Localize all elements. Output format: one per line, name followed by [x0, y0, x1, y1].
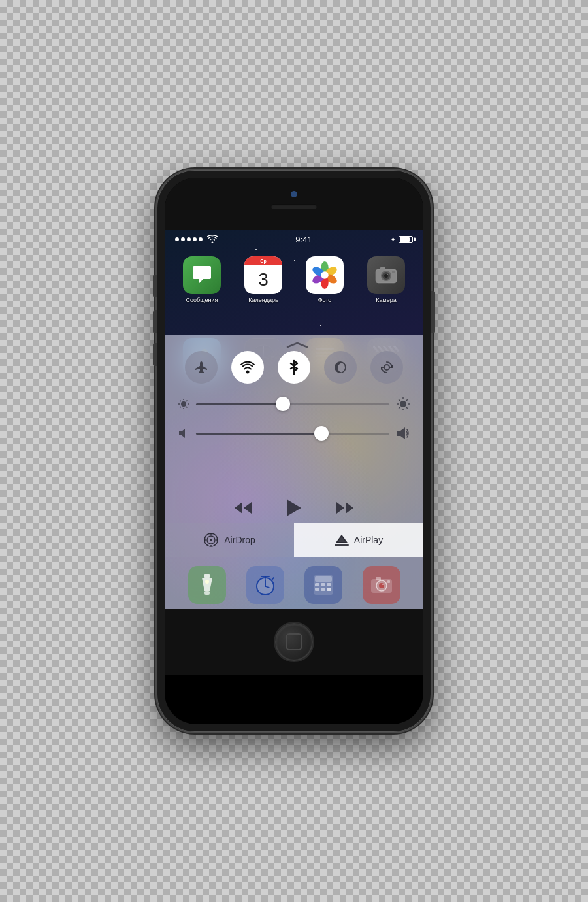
battery-fill [400, 237, 410, 242]
battery-icon [399, 236, 413, 243]
camera-quick-app[interactable] [363, 566, 400, 604]
svg-point-13 [387, 274, 388, 275]
airplay-label: AirPlay [354, 535, 383, 545]
brightness-thumb[interactable] [276, 397, 290, 411]
svg-line-61 [399, 407, 400, 409]
svg-rect-95 [376, 577, 381, 580]
brightness-slider[interactable] [178, 397, 410, 411]
svg-marker-62 [235, 502, 242, 514]
airdrop-button[interactable]: AirDrop [165, 523, 294, 557]
speaker-grille [271, 204, 317, 209]
svg-point-93 [379, 583, 384, 588]
volume-max-icon [396, 426, 410, 441]
airdrop-airplay-row: AirDrop AirPlay [165, 523, 423, 557]
svg-point-43 [384, 365, 389, 370]
svg-rect-14 [380, 267, 385, 271]
svg-rect-86 [321, 583, 325, 586]
svg-marker-63 [244, 502, 252, 514]
svg-line-52 [180, 407, 182, 408]
app-icon-calendar[interactable]: Ср 3 Календарь [238, 256, 289, 303]
svg-rect-85 [315, 583, 319, 586]
calendar-weekday: Ср [244, 256, 282, 265]
brightness-track[interactable] [196, 403, 389, 405]
prev-track-button[interactable] [233, 501, 253, 515]
app-icon-camera[interactable]: Камера [361, 256, 412, 303]
next-track-button[interactable] [335, 501, 355, 515]
signal-dot-5 [199, 237, 203, 241]
rotation-lock-toggle[interactable] [370, 351, 403, 384]
svg-rect-74 [204, 574, 210, 578]
svg-line-51 [186, 401, 188, 402]
calendar-label: Календарь [248, 297, 278, 303]
wifi-toggle[interactable] [231, 351, 264, 384]
home-button[interactable] [275, 623, 313, 661]
camera-icon-img [367, 256, 405, 294]
calendar-icon-img: Ср 3 [244, 256, 282, 294]
control-center: AirDrop AirPlay [165, 335, 423, 609]
svg-rect-90 [327, 588, 331, 591]
front-camera [291, 191, 297, 197]
flashlight-quick-app[interactable] [188, 566, 226, 604]
phone-screen-area: 9:41 ✦ Сообщения [165, 178, 423, 724]
status-bar: 9:41 ✦ [165, 230, 423, 248]
airdrop-label: AirDrop [224, 535, 255, 545]
svg-marker-64 [287, 499, 301, 516]
svg-rect-75 [204, 591, 210, 595]
messages-label: Сообщения [186, 297, 218, 303]
svg-line-49 [180, 401, 182, 402]
signal-dot-3 [187, 237, 191, 241]
status-time: 9:41 [295, 235, 312, 244]
bluetooth-status-icon: ✦ [390, 235, 396, 244]
calendar-day: 3 [244, 265, 282, 294]
svg-rect-96 [387, 580, 390, 583]
star [320, 325, 321, 326]
svg-point-44 [181, 401, 186, 407]
brightness-min-icon [178, 398, 189, 410]
svg-rect-87 [327, 583, 331, 586]
phone-bottom [165, 609, 423, 675]
screen: 9:41 ✦ Сообщения [165, 230, 423, 609]
cc-toggles-row [165, 351, 423, 384]
svg-rect-89 [321, 588, 325, 591]
home-button-square [286, 633, 302, 650]
svg-line-60 [406, 399, 408, 401]
svg-marker-66 [346, 502, 353, 514]
svg-point-53 [400, 401, 406, 407]
camera-label: Камера [376, 297, 396, 303]
volume-thumb[interactable] [314, 426, 329, 441]
airplane-mode-toggle[interactable] [185, 351, 218, 384]
quick-launch-apps [165, 566, 423, 604]
volume-slider[interactable] [178, 426, 410, 441]
messages-icon-img [183, 256, 221, 294]
svg-line-50 [186, 407, 188, 408]
svg-rect-84 [315, 576, 332, 582]
timer-quick-app[interactable] [246, 566, 284, 604]
media-controls [165, 498, 423, 518]
svg-line-59 [406, 407, 408, 409]
svg-point-69 [210, 539, 212, 541]
app-icon-photos[interactable]: Фото [299, 256, 350, 303]
app-grid-row1: Сообщения Ср 3 Календарь [165, 250, 423, 310]
photos-label: Фото [318, 297, 332, 303]
bluetooth-toggle[interactable] [278, 351, 310, 384]
calculator-quick-app[interactable] [304, 566, 342, 604]
app-icon-messages[interactable]: Сообщения [176, 256, 227, 303]
airplay-button[interactable]: AirPlay [294, 523, 423, 557]
svg-marker-65 [336, 502, 344, 514]
svg-line-58 [399, 399, 400, 401]
volume-track[interactable] [196, 433, 389, 435]
status-right: ✦ [390, 235, 413, 244]
signal-dot-1 [175, 237, 179, 241]
svg-point-94 [382, 584, 384, 585]
cc-handle [284, 341, 304, 348]
play-pause-button[interactable] [286, 498, 302, 518]
svg-line-82 [272, 578, 274, 579]
brightness-fill [196, 403, 283, 405]
signal-dot-2 [181, 237, 185, 241]
svg-point-42 [246, 371, 249, 374]
brightness-max-icon [396, 397, 410, 411]
volume-fill [196, 433, 321, 435]
do-not-disturb-toggle[interactable] [324, 351, 357, 384]
volume-min-icon [178, 427, 189, 439]
svg-rect-88 [315, 588, 319, 591]
